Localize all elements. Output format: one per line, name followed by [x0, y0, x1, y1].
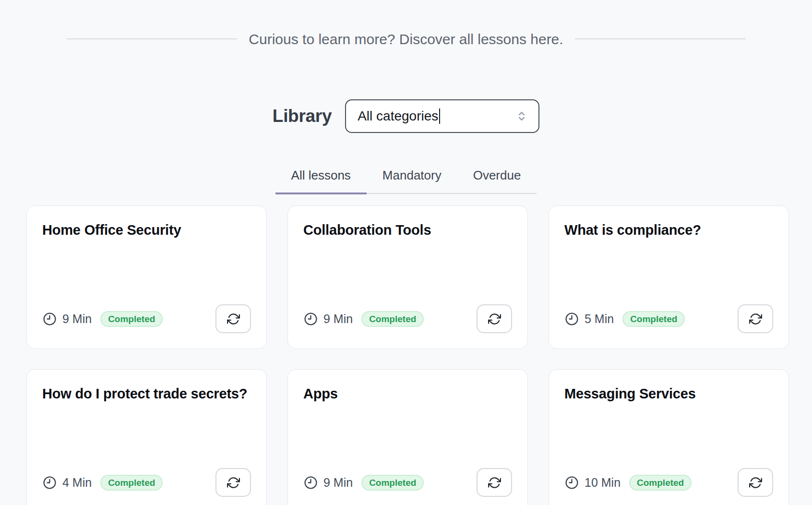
lesson-card-footer: 9 Min Completed: [42, 304, 251, 333]
lesson-title: Collaboration Tools: [303, 222, 512, 238]
lesson-duration: 9 Min: [62, 312, 92, 326]
lesson-title: Home Office Security: [42, 222, 251, 238]
tabbar: All lessons Mandatory Overdue: [275, 168, 537, 194]
text-caret: [439, 108, 440, 124]
category-select[interactable]: All categories: [345, 99, 539, 133]
lesson-card[interactable]: Apps 9 Min Completed: [287, 369, 528, 505]
right-divider-line: [575, 38, 746, 39]
lesson-tabs: All lessons Mandatory Overdue: [0, 168, 812, 194]
status-badge: Completed: [361, 311, 424, 327]
clock-icon: [42, 475, 57, 490]
status-badge: Completed: [100, 311, 163, 327]
tab-all-lessons[interactable]: All lessons: [275, 168, 367, 195]
lesson-duration: 10 Min: [585, 476, 621, 490]
status-badge: Completed: [622, 311, 685, 327]
lesson-duration: 4 Min: [62, 476, 92, 490]
status-badge: Completed: [629, 475, 692, 491]
clock-icon: [303, 475, 318, 490]
clock-icon: [42, 312, 57, 326]
lesson-card[interactable]: What is compliance? 5 Min Completed: [549, 205, 789, 349]
refresh-icon: [749, 476, 762, 489]
restart-lesson-button[interactable]: [215, 468, 251, 497]
lesson-card-footer: 9 Min Completed: [303, 468, 512, 497]
tab-mandatory[interactable]: Mandatory: [367, 168, 457, 195]
lesson-card-footer: 10 Min Completed: [564, 468, 773, 497]
discover-heading-row: Curious to learn more? Discover all less…: [67, 19, 746, 59]
refresh-icon: [227, 476, 240, 489]
lesson-duration: 9 Min: [323, 312, 353, 326]
lesson-card[interactable]: How do I protect trade secrets? 4 Min Co…: [26, 369, 267, 505]
page-title: Library: [273, 106, 332, 126]
refresh-icon: [227, 313, 240, 325]
lesson-duration: 5 Min: [585, 312, 614, 326]
left-divider-line: [67, 38, 238, 39]
refresh-icon: [749, 313, 762, 325]
refresh-icon: [488, 313, 501, 325]
lesson-title: How do I protect trade secrets?: [42, 386, 251, 402]
restart-lesson-button[interactable]: [477, 304, 512, 333]
lesson-card[interactable]: Home Office Security 9 Min Completed: [26, 205, 267, 349]
clock-icon: [564, 475, 579, 490]
discover-heading: Curious to learn more? Discover all less…: [249, 31, 563, 47]
status-badge: Completed: [361, 475, 424, 491]
library-page: Curious to learn more? Discover all less…: [0, 19, 812, 505]
clock-icon: [303, 312, 318, 326]
lesson-card-footer: 9 Min Completed: [303, 304, 512, 333]
lesson-card-footer: 4 Min Completed: [42, 468, 251, 497]
lesson-card[interactable]: Collaboration Tools 9 Min Completed: [287, 205, 528, 349]
status-badge: Completed: [100, 475, 163, 491]
lesson-title: Apps: [303, 386, 512, 402]
lesson-duration: 9 Min: [323, 476, 353, 490]
category-select-value: All categories: [358, 108, 438, 124]
lesson-title: What is compliance?: [564, 222, 773, 238]
refresh-icon: [488, 476, 501, 489]
lesson-card[interactable]: Messaging Services 10 Min Completed: [549, 369, 789, 505]
lesson-title: Messaging Services: [564, 386, 773, 402]
lesson-card-footer: 5 Min Completed: [564, 304, 773, 333]
restart-lesson-button[interactable]: [477, 468, 512, 497]
tab-overdue[interactable]: Overdue: [457, 168, 537, 195]
restart-lesson-button[interactable]: [738, 304, 773, 333]
chevron-up-down-icon: [515, 110, 528, 122]
library-header: Library All categories: [0, 99, 812, 133]
restart-lesson-button[interactable]: [738, 468, 773, 497]
clock-icon: [564, 312, 579, 326]
lesson-grid: Home Office Security 9 Min Completed Col…: [26, 205, 789, 505]
restart-lesson-button[interactable]: [215, 304, 251, 333]
